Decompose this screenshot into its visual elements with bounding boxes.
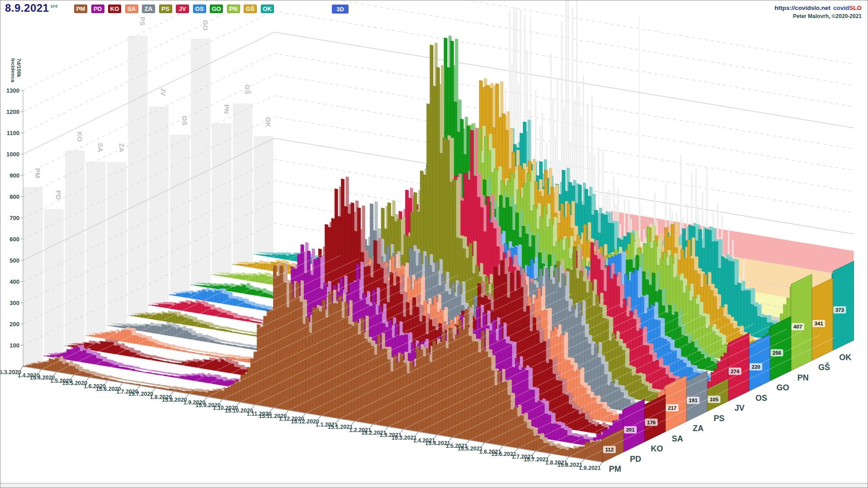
ridge-end-face-GO — [770, 316, 791, 381]
y-tick-label-900: 900 — [9, 172, 19, 179]
ghost-bar-OS — [170, 135, 190, 296]
ghost-bar-PN — [212, 123, 231, 276]
ghost-bar-label-PN: PN — [223, 104, 231, 114]
ridge-end-face-GŠ — [812, 278, 833, 361]
y-tick-label-500: 500 — [9, 257, 19, 264]
y-tick-label-1000: 1000 — [6, 151, 19, 158]
author-credit: Peter Malovrh, ©2020-2021 — [793, 13, 862, 19]
y-tick-label-400: 400 — [9, 278, 19, 285]
value-chip-PM: 112 — [605, 447, 614, 452]
ghost-bar-label-OK: OK — [264, 117, 272, 127]
covidslo-3d-page: PMPDKOSAZAPSJVOSGOPNGŠOK373OK341GŠ407PN2… — [0, 0, 868, 488]
value-chip-PS: 105 — [710, 397, 719, 402]
brand-covid: covid — [833, 5, 849, 11]
ghost-bar-label-GŠ: GŠ — [244, 84, 251, 94]
value-chip-KO: 176 — [647, 420, 656, 425]
ghost-bar-label-GO: GO — [202, 20, 209, 31]
y-tick-label-200: 200 — [9, 321, 19, 328]
ridge-end-face-OS — [749, 334, 770, 391]
date-value: 8.9.2021 — [5, 2, 49, 14]
region-label-ZA: ZA — [693, 424, 703, 433]
y-tick-label-1100: 1100 — [7, 130, 19, 136]
region-label-KO: KO — [651, 444, 663, 453]
site-url[interactable]: https://covidslo.net — [774, 5, 830, 11]
region-label-SA: SA — [672, 434, 683, 443]
region-label-PD: PD — [630, 455, 641, 464]
ridge-end-face-PN — [791, 274, 812, 371]
value-chip-GŠ: 341 — [814, 321, 823, 326]
value-chip-JV: 274 — [731, 369, 740, 374]
ghost-bar-ZA — [107, 162, 127, 327]
ridge-end-face-OK — [833, 261, 854, 351]
current-date: 8.9.2021sre — [5, 2, 58, 14]
y-axis-title-line2: Incidenca — [10, 58, 16, 83]
legend-button-PN[interactable]: PN — [227, 5, 240, 13]
ghost-bar-PM — [23, 187, 43, 367]
legend-button-PD[interactable]: PD — [91, 5, 104, 13]
ghost-bar-label-OS: OS — [181, 116, 189, 126]
legend-button-GŠ[interactable]: GŠ — [244, 5, 257, 13]
ghost-bar-PS — [128, 36, 148, 317]
legend-button-GO[interactable]: GO — [210, 5, 223, 13]
x-tick-label: 15.12.2020 — [291, 418, 319, 425]
region-label-GO: GO — [776, 383, 789, 392]
y-tick-label-700: 700 — [9, 215, 19, 221]
legend-button-PM[interactable]: PM — [74, 5, 87, 13]
ghost-bar-label-SA: SA — [97, 143, 104, 152]
ghost-bar-GO — [191, 39, 211, 286]
region-label-OK: OK — [839, 353, 851, 362]
region-label-PN: PN — [797, 373, 809, 382]
value-chip-GO: 256 — [773, 350, 781, 356]
ridge-end-face-JV — [728, 333, 749, 401]
y-tick-label-300: 300 — [9, 300, 19, 306]
region-label-PM: PM — [609, 465, 621, 474]
legend-button-OS[interactable]: OS — [193, 5, 206, 13]
value-chip-PD: 201 — [626, 427, 635, 432]
value-chip-OK: 373 — [835, 307, 844, 313]
ghost-bar-JV — [149, 107, 169, 306]
legend-button-SA[interactable]: SA — [125, 5, 138, 13]
view-3d-button[interactable]: 3D — [332, 5, 349, 14]
ghost-bar-label-KO: KO — [76, 131, 84, 142]
ghost-bar-SA — [86, 162, 106, 337]
legend-button-OK[interactable]: OK — [261, 5, 274, 13]
legend-button-KO[interactable]: KO — [108, 5, 121, 13]
y-tick-label-800: 800 — [9, 193, 19, 200]
ghost-bar-GŠ — [233, 103, 253, 266]
ghost-bar-label-ZA: ZA — [118, 143, 126, 152]
weekday-label: sre — [50, 4, 58, 9]
ghost-bar-label-PD: PD — [55, 190, 62, 200]
value-chip-ZA: 191 — [689, 398, 698, 403]
y-tick-label-1200: 1200 — [6, 108, 19, 115]
ghost-bar-label-PS: PS — [139, 17, 146, 26]
y-tick-label-1300: 1300 — [6, 87, 19, 94]
y-tick-label-600: 600 — [9, 236, 19, 243]
site-url-line: https://covidslo.netcovidSLO — [774, 5, 862, 11]
legend-button-ZA[interactable]: ZA — [142, 5, 155, 13]
legend-button-PS[interactable]: PS — [159, 5, 172, 13]
value-chip-PN: 407 — [793, 324, 802, 329]
region-legend: PMPDKOSAZAPSJVOSGOPNGŠOK — [74, 5, 274, 13]
brand-slo: SLO — [849, 5, 862, 11]
ridge-3d-chart[interactable]: PMPDKOSAZAPSJVOSGOPNGŠOK373OK341GŠ407PN2… — [0, 0, 868, 488]
ghost-bar-KO — [65, 150, 85, 347]
ghost-bar-label-JV: JV — [160, 88, 167, 96]
ghost-bar-PD — [44, 209, 63, 357]
ghost-bar-OK — [254, 136, 274, 256]
y-axis-title-line1: 7d/100k — [16, 58, 22, 78]
legend-button-JV[interactable]: JV — [176, 5, 189, 13]
region-label-PS: PS — [714, 414, 725, 423]
horizontal-scrollbar[interactable] — [0, 483, 868, 488]
region-label-GŠ: GŠ — [818, 362, 830, 372]
region-label-JV: JV — [735, 404, 745, 413]
region-label-OS: OS — [755, 394, 767, 403]
value-chip-SA: 217 — [668, 405, 676, 411]
x-tick-label: 1.9.2021 — [579, 465, 601, 471]
y-tick-label-100: 100 — [9, 342, 19, 349]
value-chip-OS: 220 — [752, 364, 760, 370]
